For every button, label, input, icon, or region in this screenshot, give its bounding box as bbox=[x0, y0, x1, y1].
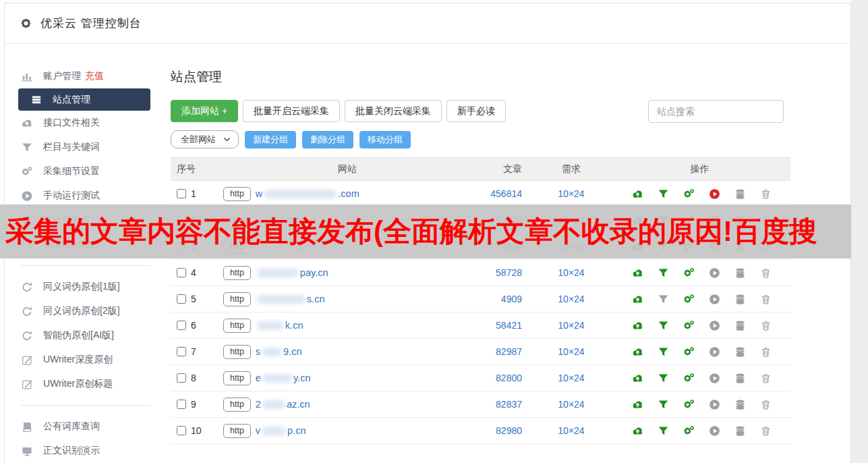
page-scrollbar[interactable] bbox=[851, 0, 868, 463]
filter-icon[interactable] bbox=[658, 346, 669, 358]
trash-icon[interactable] bbox=[760, 294, 772, 305]
newbie-guide-button[interactable]: 新手必读 bbox=[446, 100, 506, 122]
demand-value[interactable]: 10×24 bbox=[558, 188, 584, 199]
article-count[interactable]: 82987 bbox=[496, 346, 522, 357]
settings-gears-icon[interactable] bbox=[683, 320, 695, 331]
play-icon[interactable] bbox=[709, 188, 720, 200]
http-protocol-button[interactable]: http bbox=[223, 371, 251, 385]
cloud-upload-icon[interactable] bbox=[632, 320, 643, 331]
demand-value[interactable]: 10×24 bbox=[558, 425, 584, 436]
settings-gears-icon[interactable] bbox=[683, 373, 695, 384]
article-count[interactable]: 58421 bbox=[496, 320, 522, 331]
new-group-button[interactable]: 新建分组 bbox=[245, 131, 296, 148]
filter-icon[interactable] bbox=[658, 188, 669, 200]
cloud-upload-icon[interactable] bbox=[632, 346, 643, 358]
demand-value[interactable]: 10×24 bbox=[558, 399, 584, 410]
sidebar-item-synonym-v2[interactable]: 同义词伪原创[2版] bbox=[5, 299, 167, 323]
site-domain-link[interactable]: s9.cn bbox=[256, 346, 302, 357]
play-icon[interactable] bbox=[709, 320, 720, 331]
settings-gears-icon[interactable] bbox=[683, 346, 695, 358]
cloud-upload-icon[interactable] bbox=[632, 399, 643, 410]
play-icon[interactable] bbox=[709, 267, 720, 279]
sidebar-item-uwriter-title[interactable]: UWriter原创标题 bbox=[5, 372, 167, 396]
row-select-checkbox[interactable] bbox=[177, 189, 186, 198]
http-protocol-button[interactable]: http bbox=[223, 345, 251, 359]
batch-close-cloud-collect-button[interactable]: 批量关闭云端采集 bbox=[345, 100, 442, 122]
article-count[interactable]: 82980 bbox=[496, 425, 522, 436]
play-icon[interactable] bbox=[709, 346, 720, 358]
settings-gears-icon[interactable] bbox=[683, 399, 695, 410]
filter-icon[interactable] bbox=[658, 399, 669, 410]
cloud-upload-icon[interactable] bbox=[632, 294, 643, 305]
sidebar-item-body-recognition-demo[interactable]: 正文识别演示 bbox=[5, 439, 167, 463]
site-domain-link[interactable]: s.cn bbox=[256, 294, 325, 304]
play-icon[interactable] bbox=[709, 425, 720, 437]
row-select-checkbox[interactable] bbox=[177, 373, 186, 383]
http-protocol-button[interactable]: http bbox=[223, 292, 251, 306]
row-select-checkbox[interactable] bbox=[177, 268, 186, 277]
site-domain-link[interactable]: w.com bbox=[256, 188, 359, 199]
sidebar-item-collection-settings[interactable]: 采集细节设置 bbox=[5, 159, 167, 184]
database-icon[interactable] bbox=[734, 320, 746, 331]
sidebar-item-synonym-v1[interactable]: 同义词伪原创[1版] bbox=[5, 275, 167, 299]
demand-value[interactable]: 10×24 bbox=[558, 320, 584, 331]
article-count[interactable]: 82837 bbox=[496, 399, 522, 410]
site-search-input[interactable] bbox=[648, 100, 784, 123]
trash-icon[interactable] bbox=[760, 425, 772, 437]
database-icon[interactable] bbox=[734, 188, 746, 200]
site-domain-link[interactable]: k.cn bbox=[256, 320, 303, 331]
trash-icon[interactable] bbox=[760, 346, 772, 358]
sidebar-item-site-management[interactable]: 站点管理 bbox=[18, 88, 150, 111]
play-icon[interactable] bbox=[709, 294, 720, 305]
trash-icon[interactable] bbox=[760, 399, 772, 410]
database-icon[interactable] bbox=[734, 373, 746, 384]
site-domain-link[interactable]: vp.cn bbox=[256, 425, 306, 436]
demand-value[interactable]: 10×24 bbox=[558, 346, 584, 357]
site-domain-link[interactable]: pay.cn bbox=[256, 267, 328, 278]
trash-icon[interactable] bbox=[760, 320, 772, 331]
row-select-checkbox[interactable] bbox=[177, 400, 186, 409]
filter-icon[interactable] bbox=[658, 267, 669, 279]
sidebar-item-account[interactable]: 账户管理 充值 bbox=[5, 64, 167, 88]
http-protocol-button[interactable]: http bbox=[223, 424, 251, 438]
row-select-checkbox[interactable] bbox=[177, 294, 186, 304]
article-count[interactable]: 4909 bbox=[501, 294, 522, 304]
move-group-button[interactable]: 移动分组 bbox=[359, 131, 411, 148]
sidebar-item-ai-pseudo-original[interactable]: 智能伪原创[AI版] bbox=[5, 323, 167, 348]
database-icon[interactable] bbox=[734, 425, 746, 437]
trash-icon[interactable] bbox=[760, 188, 772, 200]
sidebar-item-interface-files[interactable]: 接口文件相关 bbox=[5, 111, 167, 135]
database-icon[interactable] bbox=[734, 294, 746, 305]
settings-gears-icon[interactable] bbox=[683, 425, 695, 437]
database-icon[interactable] bbox=[734, 346, 746, 358]
filter-icon[interactable] bbox=[658, 320, 669, 331]
cloud-upload-icon[interactable] bbox=[632, 373, 643, 384]
cloud-upload-icon[interactable] bbox=[632, 267, 643, 279]
add-site-button[interactable]: 添加网站 + bbox=[171, 100, 238, 122]
demand-value[interactable]: 10×24 bbox=[558, 267, 584, 278]
http-protocol-button[interactable]: http bbox=[223, 266, 251, 280]
row-select-checkbox[interactable] bbox=[177, 426, 186, 435]
delete-group-button[interactable]: 删除分组 bbox=[302, 131, 353, 148]
filter-icon[interactable] bbox=[658, 425, 669, 437]
settings-gears-icon[interactable] bbox=[683, 294, 695, 305]
database-icon[interactable] bbox=[734, 267, 746, 279]
trash-icon[interactable] bbox=[760, 267, 772, 279]
http-protocol-button[interactable]: http bbox=[223, 319, 251, 333]
database-icon[interactable] bbox=[734, 399, 746, 410]
filter-icon[interactable] bbox=[658, 294, 669, 305]
sidebar-item-public-thesaurus[interactable]: 公有词库查询 bbox=[5, 414, 167, 439]
filter-icon[interactable] bbox=[658, 373, 669, 384]
row-select-checkbox[interactable] bbox=[177, 347, 186, 356]
group-filter-select[interactable]: 全部网站 bbox=[171, 130, 239, 148]
settings-gears-icon[interactable] bbox=[683, 267, 695, 279]
cloud-upload-icon[interactable] bbox=[632, 188, 643, 200]
site-domain-link[interactable]: 2az.cn bbox=[256, 399, 310, 410]
http-protocol-button[interactable]: http bbox=[223, 187, 251, 201]
article-count[interactable]: 456814 bbox=[490, 188, 522, 199]
demand-value[interactable]: 10×24 bbox=[558, 373, 584, 383]
trash-icon[interactable] bbox=[760, 373, 772, 384]
play-icon[interactable] bbox=[709, 399, 720, 410]
sidebar-item-uwriter-deep[interactable]: UWriter深度原创 bbox=[5, 348, 167, 372]
article-count[interactable]: 82800 bbox=[496, 373, 522, 383]
